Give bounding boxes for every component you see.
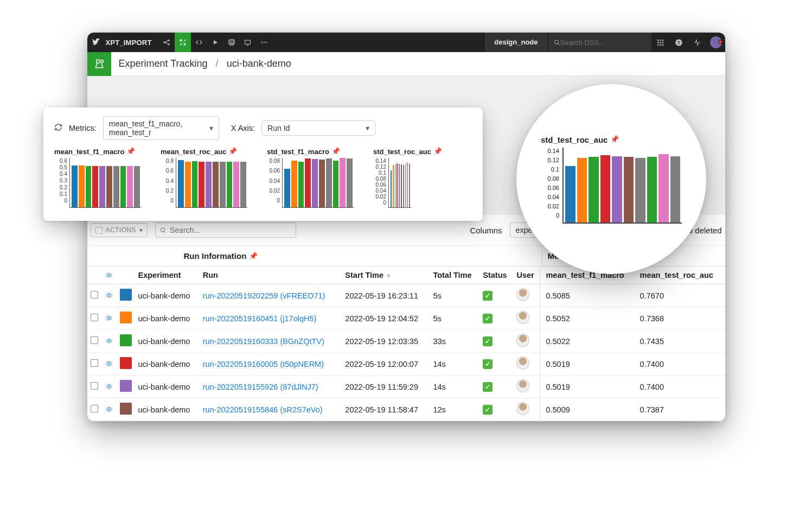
table-row[interactable]: uci-bank-demorun-20220519202259 (vFREEO7… xyxy=(87,284,725,307)
chart-bar[interactable] xyxy=(409,164,410,207)
chart-bar[interactable] xyxy=(233,162,239,207)
chart-bar[interactable] xyxy=(199,162,204,207)
chart-bar[interactable] xyxy=(319,160,325,207)
chart-bar[interactable] xyxy=(635,158,645,222)
chart-bar[interactable] xyxy=(399,164,400,207)
apps-icon[interactable] xyxy=(651,39,670,47)
eye-icon[interactable] xyxy=(105,337,113,346)
eye-icon[interactable] xyxy=(105,383,113,391)
mini-chart[interactable]: mean_test_roc_auc 📌0.80.60.40.20 xyxy=(161,148,247,208)
table-row[interactable]: uci-bank-demorun-20220519155846 (sR2S7eV… xyxy=(87,398,725,421)
pin-icon[interactable]: 📌 xyxy=(433,147,442,155)
col-total-time[interactable]: Total Time xyxy=(430,266,479,284)
run-link[interactable]: run-20220519160451 (j17olqH5) xyxy=(203,314,317,323)
chart-bar[interactable] xyxy=(340,158,346,207)
eye-icon[interactable] xyxy=(105,272,113,278)
user-avatar[interactable] xyxy=(707,36,725,48)
runs-search-input[interactable] xyxy=(170,226,291,234)
logo-icon[interactable] xyxy=(87,38,106,47)
chart-bar[interactable] xyxy=(305,158,311,207)
help-icon[interactable]: ? xyxy=(670,39,688,47)
print-icon[interactable] xyxy=(223,33,240,52)
run-link[interactable]: run-20220519202259 (vFREEO71) xyxy=(203,291,325,300)
eye-icon[interactable] xyxy=(105,360,113,368)
run-link[interactable]: run-20220519160005 (t50pNERM) xyxy=(203,360,324,368)
xaxis-select[interactable]: Run Id▾ xyxy=(261,120,375,136)
chart-bar[interactable] xyxy=(577,158,587,222)
row-checkbox[interactable] xyxy=(91,336,98,344)
chart-bar[interactable] xyxy=(326,158,332,207)
chart-bar[interactable] xyxy=(127,166,133,207)
metrics-select[interactable]: mean_test_f1_macro, mean_test_r▾ xyxy=(103,116,219,140)
mini-chart[interactable]: std_test_roc_auc 📌0.140.120.10.080.060.0… xyxy=(373,148,411,208)
pin-icon[interactable]: 📌 xyxy=(126,147,135,155)
run-link[interactable]: run-20220519160333 (BGnZQtTV) xyxy=(203,337,324,346)
user-avatar[interactable] xyxy=(517,289,529,301)
chart-bar[interactable] xyxy=(600,155,611,222)
global-search[interactable] xyxy=(548,33,651,52)
chart-bar[interactable] xyxy=(106,166,112,207)
eye-icon[interactable] xyxy=(105,291,113,300)
chart-bar[interactable] xyxy=(92,166,98,207)
chart-bar[interactable] xyxy=(113,166,119,207)
project-name[interactable]: XPT_IMPORT xyxy=(106,39,158,47)
eye-icon[interactable] xyxy=(105,405,113,414)
activity-icon[interactable] xyxy=(688,39,707,46)
chart-bar[interactable] xyxy=(178,160,184,207)
chart-bar[interactable] xyxy=(227,162,233,207)
table-row[interactable]: uci-bank-demorun-20220519160333 (BGnZQtT… xyxy=(87,330,725,353)
col-experiment[interactable]: Experiment xyxy=(135,266,200,284)
chart-bar[interactable] xyxy=(347,158,353,207)
chart-bar[interactable] xyxy=(395,164,396,207)
col-start-time[interactable]: Start Time▼ xyxy=(342,266,430,284)
code-icon[interactable] xyxy=(191,33,207,52)
chart-bar[interactable] xyxy=(565,166,576,223)
more-icon[interactable] xyxy=(256,33,272,52)
col-metric-2[interactable]: mean_test_roc_auc xyxy=(637,266,725,284)
row-checkbox[interactable] xyxy=(91,405,98,412)
user-avatar[interactable] xyxy=(517,357,529,369)
pin-icon[interactable]: 📌 xyxy=(610,135,619,143)
chart-bar[interactable] xyxy=(220,162,226,207)
chart-bar[interactable] xyxy=(86,166,92,207)
node-selector[interactable]: design_node xyxy=(484,33,548,52)
global-search-input[interactable] xyxy=(560,39,646,47)
col-status[interactable]: Status xyxy=(479,266,513,284)
row-checkbox[interactable] xyxy=(91,382,98,390)
chart-bar[interactable] xyxy=(134,166,140,207)
user-avatar[interactable] xyxy=(517,403,529,415)
pin-icon[interactable]: 📌 xyxy=(228,147,237,155)
chart-bar[interactable] xyxy=(120,166,126,207)
chart-bar[interactable] xyxy=(624,157,634,222)
chart-bar[interactable] xyxy=(589,157,599,222)
select-all-checkbox[interactable] xyxy=(95,227,103,234)
chart-bar[interactable] xyxy=(312,159,318,207)
row-checkbox[interactable] xyxy=(91,359,98,367)
mini-chart[interactable]: mean_test_f1_macro 📌0.60.50.40.30.20.10 xyxy=(54,148,141,208)
breadcrumb-section[interactable]: Experiment Tracking xyxy=(119,58,208,69)
eye-icon[interactable] xyxy=(105,314,113,323)
chart-bar[interactable] xyxy=(291,161,297,207)
chart-bar[interactable] xyxy=(658,154,669,222)
table-row[interactable]: uci-bank-demorun-20220519160451 (j17olqH… xyxy=(87,307,725,330)
chart-bar[interactable] xyxy=(79,166,85,207)
mini-chart[interactable]: std_test_f1_macro 📌0.080.060.040.020 xyxy=(267,148,354,208)
chart-bar[interactable] xyxy=(185,162,191,207)
flow-icon[interactable] xyxy=(158,33,175,52)
chart-bar[interactable] xyxy=(298,162,304,207)
experiment-tracking-icon[interactable] xyxy=(87,52,111,76)
chart-bar[interactable] xyxy=(284,169,290,207)
chart-bar[interactable] xyxy=(99,166,105,207)
actions-button[interactable]: ACTIONS ▾ xyxy=(91,223,148,237)
chart-bar[interactable] xyxy=(240,162,246,207)
refresh-icon[interactable] xyxy=(54,123,62,133)
recipe-icon[interactable] xyxy=(175,33,191,52)
user-avatar[interactable] xyxy=(517,334,529,346)
chart-bar[interactable] xyxy=(397,163,398,207)
chart-bar[interactable] xyxy=(72,166,78,207)
chart-bar[interactable] xyxy=(407,162,408,207)
table-row[interactable]: uci-bank-demorun-20220519160005 (t50pNER… xyxy=(87,353,725,376)
run-link[interactable]: run-20220519155846 (sR2S7eVo) xyxy=(203,405,323,414)
chart-bar[interactable] xyxy=(192,161,198,207)
chart-bar[interactable] xyxy=(213,162,219,207)
